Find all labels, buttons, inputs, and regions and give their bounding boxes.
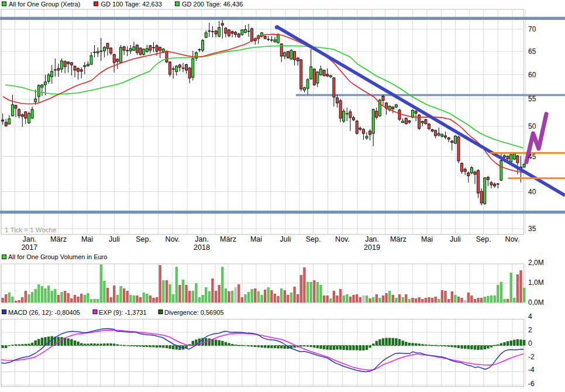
svg-text:70: 70 bbox=[528, 25, 536, 33]
svg-text:GD 200 Tage: 46,436: GD 200 Tage: 46,436 bbox=[182, 1, 243, 8]
svg-text:Sep.: Sep. bbox=[306, 235, 321, 243]
svg-text:0: 0 bbox=[528, 339, 532, 348]
svg-text:Jan.: Jan. bbox=[22, 235, 36, 243]
svg-text:Jan.: Jan. bbox=[195, 235, 209, 243]
svg-text:4: 4 bbox=[528, 312, 532, 321]
svg-text:2019: 2019 bbox=[364, 243, 380, 252]
svg-text:Mai: Mai bbox=[421, 235, 433, 243]
svg-text:50: 50 bbox=[528, 122, 536, 130]
svg-text:All for One Group Volumen in E: All for One Group Volumen in Euro bbox=[8, 253, 107, 260]
svg-text:EXP (9): -1,3731: EXP (9): -1,3731 bbox=[99, 309, 147, 316]
svg-text:Nov.: Nov. bbox=[505, 235, 520, 243]
svg-text:40: 40 bbox=[528, 188, 536, 196]
svg-text:Juli: Juli bbox=[109, 235, 120, 243]
svg-text:35: 35 bbox=[528, 225, 536, 233]
svg-text:55: 55 bbox=[528, 95, 536, 103]
svg-text:Nov.: Nov. bbox=[166, 235, 180, 243]
svg-text:-4: -4 bbox=[528, 366, 535, 374]
svg-text:Sep.: Sep. bbox=[476, 235, 491, 243]
svg-text:März: März bbox=[390, 235, 406, 243]
svg-text:Juli: Juli bbox=[280, 235, 291, 243]
svg-text:60: 60 bbox=[528, 71, 536, 79]
svg-text:1 Tick = 1 Woche: 1 Tick = 1 Woche bbox=[5, 226, 56, 233]
svg-text:Jan.: Jan. bbox=[365, 235, 379, 243]
svg-text:45: 45 bbox=[528, 153, 536, 161]
svg-text:2017: 2017 bbox=[21, 243, 37, 252]
svg-text:-2: -2 bbox=[528, 353, 535, 361]
svg-text:-6: -6 bbox=[528, 380, 535, 388]
svg-text:All for One Group (Xetra): All for One Group (Xetra) bbox=[9, 1, 80, 8]
svg-text:2: 2 bbox=[528, 326, 532, 334]
svg-text:Mai: Mai bbox=[81, 235, 93, 243]
svg-text:1,0M: 1,0M bbox=[528, 278, 544, 287]
svg-text:MACD (26, 12): -0,80405: MACD (26, 12): -0,80405 bbox=[8, 309, 80, 316]
svg-text:2,0M: 2,0M bbox=[528, 259, 544, 267]
svg-text:Mai: Mai bbox=[250, 235, 262, 243]
svg-text:März: März bbox=[50, 235, 67, 243]
svg-text:2018: 2018 bbox=[194, 243, 210, 252]
svg-text:Nov.: Nov. bbox=[335, 235, 350, 243]
svg-text:0,0M: 0,0M bbox=[528, 298, 544, 307]
svg-text:Divergence: 0,56905: Divergence: 0,56905 bbox=[164, 309, 224, 316]
svg-text:GD 100 Tage: 42,633: GD 100 Tage: 42,633 bbox=[101, 1, 162, 8]
svg-text:Juli: Juli bbox=[450, 235, 461, 243]
svg-text:65: 65 bbox=[528, 47, 536, 56]
svg-text:März: März bbox=[220, 235, 236, 243]
svg-text:Sep.: Sep. bbox=[136, 235, 151, 243]
